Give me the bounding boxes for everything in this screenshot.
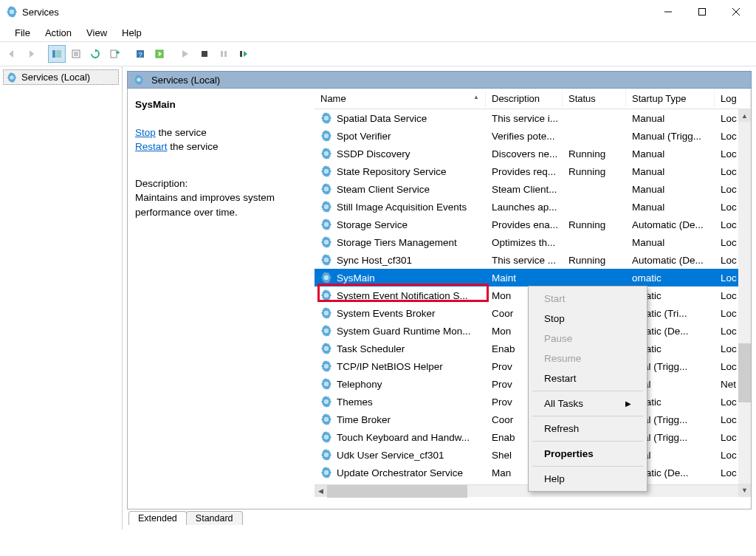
service-name: System Event Notification S... <box>337 290 468 301</box>
vscroll-thumb[interactable] <box>738 343 751 402</box>
service-row[interactable]: Steam Client ServiceSteam Client...Manua… <box>315 180 751 198</box>
column-startup-type[interactable]: Startup Type <box>626 90 715 107</box>
service-row[interactable]: Spot VerifierVerifies pote...Manual (Tri… <box>315 127 751 145</box>
back-button[interactable] <box>3 45 21 63</box>
menu-file[interactable]: File <box>7 26 38 40</box>
service-desc: This service i... <box>486 113 563 124</box>
gear-icon <box>320 130 332 142</box>
svg-rect-6 <box>56 50 61 58</box>
gear-icon <box>320 112 332 124</box>
column-logon[interactable]: Log <box>715 90 751 107</box>
minimize-button[interactable] <box>651 0 685 24</box>
svg-text:?: ? <box>138 51 142 58</box>
service-name: Touch Keyboard and Handw... <box>337 432 470 443</box>
service-row[interactable]: SSDP DiscoveryDiscovers ne...RunningManu… <box>315 145 751 162</box>
tab-standard[interactable]: Standard <box>186 511 243 525</box>
scroll-down-button[interactable]: ▼ <box>738 484 751 496</box>
show-help-button[interactable] <box>151 45 168 63</box>
service-name: Spot Verifier <box>337 131 391 142</box>
menu-bar: File Action View Help <box>0 24 756 41</box>
service-name: TCP/IP NetBIOS Helper <box>337 361 443 372</box>
restart-service-button[interactable] <box>234 45 252 63</box>
column-status[interactable]: Status <box>563 90 626 107</box>
stop-service-button[interactable] <box>196 45 213 63</box>
ctx-all-tasks[interactable]: All Tasks▶ <box>531 394 645 413</box>
context-menu: Start Stop Pause Resume Restart All Task… <box>528 286 647 492</box>
window-title: Services <box>22 7 651 18</box>
service-row[interactable]: SysMainMaintomaticLoc <box>315 269 751 286</box>
pane-body: SysMain Stop the service Restart the ser… <box>127 89 752 509</box>
gear-icon <box>320 343 332 354</box>
app-icon <box>6 6 18 18</box>
gear-icon <box>320 413 332 425</box>
export-button[interactable] <box>106 45 123 63</box>
service-startup: Manual <box>626 237 715 248</box>
maximize-button[interactable] <box>685 0 719 24</box>
service-row[interactable]: State Repository ServiceProvides req...R… <box>315 162 751 180</box>
service-row[interactable]: Storage ServiceProvides ena...RunningAut… <box>315 216 751 233</box>
service-name: System Events Broker <box>337 308 436 319</box>
tree-item-services-local[interactable]: Services (Local) <box>3 69 119 85</box>
close-button[interactable] <box>719 0 753 24</box>
ctx-restart[interactable]: Restart <box>531 368 645 388</box>
hscroll-thumb[interactable] <box>327 485 467 498</box>
service-desc: Maint <box>486 272 563 284</box>
ctx-help[interactable]: Help <box>531 469 645 489</box>
gear-icon <box>320 165 332 177</box>
vertical-scrollbar[interactable]: ▲ ▼ <box>738 109 751 496</box>
gear-icon <box>320 254 332 266</box>
gear-icon <box>320 307 332 319</box>
show-hide-tree-button[interactable] <box>48 45 66 63</box>
stop-service-link[interactable]: Stop <box>135 127 156 138</box>
ctx-stop[interactable]: Stop <box>531 309 645 329</box>
ctx-start: Start <box>531 289 645 309</box>
service-desc: Provides ena... <box>486 219 563 230</box>
gear-icon <box>320 148 332 159</box>
service-startup: Automatic (De... <box>626 219 715 230</box>
gear-icon <box>320 449 332 461</box>
properties-button[interactable] <box>67 45 85 63</box>
menu-action[interactable]: Action <box>38 26 79 40</box>
service-name: Storage Tiers Management <box>337 237 457 248</box>
menu-help[interactable]: Help <box>114 26 149 40</box>
service-desc: Verifies pote... <box>486 131 563 142</box>
pause-service-button[interactable] <box>215 45 233 63</box>
service-status: Running <box>563 166 626 177</box>
service-row[interactable]: Storage Tiers ManagementOptimizes th...M… <box>315 233 751 251</box>
service-detail: SysMain Stop the service Restart the ser… <box>128 89 315 509</box>
title-bar: Services <box>0 0 756 24</box>
column-name[interactable]: Name▲ <box>315 90 486 107</box>
svg-rect-17 <box>224 51 227 57</box>
gear-icon <box>320 201 332 213</box>
service-name: Themes <box>337 397 373 408</box>
service-name: Storage Service <box>337 219 408 230</box>
column-description[interactable]: Description <box>486 90 563 107</box>
service-row[interactable]: Sync Host_cf301This service ...RunningAu… <box>315 251 751 269</box>
svg-rect-11 <box>111 50 117 58</box>
ctx-properties[interactable]: Properties <box>531 444 645 464</box>
tab-extended[interactable]: Extended <box>128 511 187 525</box>
svg-rect-18 <box>240 51 242 57</box>
ctx-refresh[interactable]: Refresh <box>531 419 645 439</box>
service-name: Udk User Service_cf301 <box>337 450 444 461</box>
view-tabs: Extended Standard <box>127 509 752 525</box>
menu-view[interactable]: View <box>79 26 114 40</box>
scroll-up-button[interactable]: ▲ <box>738 109 751 122</box>
service-row[interactable]: Still Image Acquisition EventsLaunches a… <box>315 198 751 216</box>
description-text: Maintains and improves system performanc… <box>135 191 307 219</box>
service-row[interactable]: Spatial Data ServiceThis service i...Man… <box>315 109 751 127</box>
service-name: Time Broker <box>337 414 391 425</box>
service-startup: Automatic (De... <box>626 255 715 266</box>
start-service-button[interactable] <box>176 45 194 63</box>
help-button[interactable]: ? <box>131 45 149 63</box>
service-startup: omatic <box>626 272 715 284</box>
service-startup: Manual <box>626 113 715 124</box>
toolbar: ? <box>0 41 756 66</box>
restart-service-link[interactable]: Restart <box>135 141 168 152</box>
gear-icon <box>320 272 332 284</box>
gear-icon <box>320 183 332 195</box>
refresh-button[interactable] <box>86 45 104 63</box>
gear-icon <box>320 289 332 301</box>
scroll-left-button[interactable]: ◀ <box>315 485 327 497</box>
forward-button[interactable] <box>22 45 40 63</box>
